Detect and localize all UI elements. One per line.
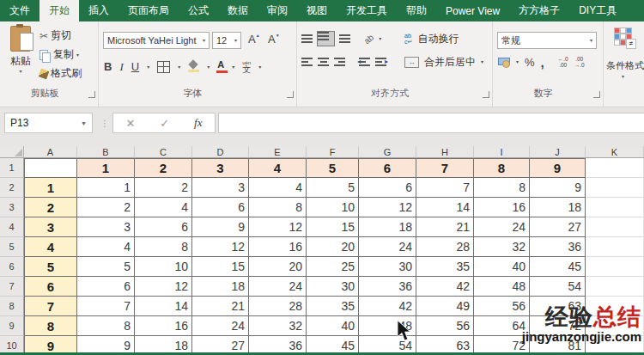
tab-插入[interactable]: 插入 xyxy=(79,0,118,21)
cell-K6[interactable] xyxy=(586,257,644,277)
cell-A1[interactable] xyxy=(24,158,77,178)
tab-数据[interactable]: 数据 xyxy=(218,0,258,21)
cell-G5[interactable]: 24 xyxy=(359,237,416,257)
cell-A6[interactable]: 5 xyxy=(24,257,77,277)
comma-style-button[interactable]: , xyxy=(541,58,544,66)
tab-Power View[interactable]: Power View xyxy=(436,0,509,21)
cell-D8[interactable]: 21 xyxy=(192,297,249,316)
increase-indent-button[interactable]: ▸ xyxy=(375,58,386,66)
cell-C1[interactable]: 2 xyxy=(135,158,192,178)
cell-C4[interactable]: 6 xyxy=(135,217,192,237)
font-size-dropdown[interactable]: 12 ▾ xyxy=(212,32,241,49)
cell-C9[interactable]: 16 xyxy=(135,316,192,336)
align-bottom-button[interactable] xyxy=(339,34,350,43)
cell-K4[interactable] xyxy=(586,217,644,237)
cell-E6[interactable]: 20 xyxy=(249,257,307,277)
row-header-8[interactable]: 8 xyxy=(0,297,24,316)
cell-B8[interactable]: 7 xyxy=(77,297,135,316)
accounting-format-button[interactable] xyxy=(498,57,510,68)
cell-B6[interactable]: 5 xyxy=(77,257,135,277)
select-all-corner[interactable] xyxy=(0,146,24,158)
cell-J3[interactable]: 18 xyxy=(530,198,586,217)
chevron-down-icon[interactable]: ▾ xyxy=(379,36,381,41)
row-header-2[interactable]: 2 xyxy=(0,178,24,198)
tab-文件[interactable]: 文件 xyxy=(0,0,39,21)
cell-B4[interactable]: 3 xyxy=(77,217,135,237)
cell-C5[interactable]: 8 xyxy=(135,237,192,257)
chevron-down-icon[interactable]: ▾ xyxy=(258,64,261,70)
cell-J5[interactable]: 36 xyxy=(530,237,586,257)
col-header-F[interactable]: F xyxy=(307,146,359,158)
cell-C6[interactable]: 10 xyxy=(135,257,192,277)
cell-I5[interactable]: 32 xyxy=(474,237,530,257)
decrease-decimal-button[interactable]: .00 →.0 xyxy=(574,56,585,68)
cell-H3[interactable]: 14 xyxy=(416,198,474,217)
orientation-button[interactable]: ab xyxy=(362,32,376,46)
grow-font-button[interactable]: A▲ xyxy=(248,33,260,46)
cell-G2[interactable]: 6 xyxy=(359,178,416,198)
cell-A3[interactable]: 2 xyxy=(24,198,77,217)
cell-E8[interactable]: 28 xyxy=(249,297,307,316)
row-header-7[interactable]: 7 xyxy=(0,277,24,297)
cell-E2[interactable]: 4 xyxy=(249,178,307,198)
cell-I6[interactable]: 40 xyxy=(474,257,530,277)
col-header-K[interactable]: K xyxy=(586,146,644,158)
cell-A8[interactable]: 7 xyxy=(24,297,77,316)
enter-icon[interactable]: ✓ xyxy=(160,117,169,130)
cell-G1[interactable]: 6 xyxy=(359,158,416,178)
cell-F9[interactable]: 40 xyxy=(307,316,359,336)
tab-公式[interactable]: 公式 xyxy=(179,0,218,21)
merge-center-button[interactable]: ↔ 合并后居中 ▾ xyxy=(404,53,483,70)
dialog-launcher-icon[interactable] xyxy=(483,91,489,98)
cell-F4[interactable]: 15 xyxy=(307,217,359,237)
number-format-dropdown[interactable]: 常规 ▾ xyxy=(497,32,597,49)
cell-K2[interactable] xyxy=(586,178,644,198)
cell-F2[interactable]: 5 xyxy=(307,178,359,198)
cell-B2[interactable]: 1 xyxy=(77,178,135,198)
increase-decimal-button[interactable]: ←.0 .00 xyxy=(558,56,568,68)
shrink-font-button[interactable]: A▼ xyxy=(268,33,280,46)
insert-function-icon[interactable]: fx xyxy=(194,116,202,130)
cell-E7[interactable]: 24 xyxy=(249,277,307,297)
cell-B9[interactable]: 8 xyxy=(77,316,135,336)
tab-帮助[interactable]: 帮助 xyxy=(397,0,436,21)
decrease-indent-button[interactable]: ◂ xyxy=(359,58,370,66)
col-header-A[interactable]: A xyxy=(24,146,77,158)
cell-I7[interactable]: 48 xyxy=(474,277,530,297)
name-box[interactable]: P13 ▼ xyxy=(4,113,93,133)
cell-B5[interactable]: 4 xyxy=(77,237,135,257)
row-header-9[interactable]: 9 xyxy=(0,316,24,336)
cell-C8[interactable]: 14 xyxy=(135,297,192,316)
cut-button[interactable]: ✂ 剪切 xyxy=(39,28,71,43)
cell-K1[interactable] xyxy=(586,158,644,178)
cell-H8[interactable]: 49 xyxy=(416,297,474,316)
tab-开始[interactable]: 开始 xyxy=(39,0,79,21)
cell-A9[interactable]: 8 xyxy=(24,316,77,336)
bold-button[interactable]: B xyxy=(104,60,112,73)
cell-H6[interactable]: 35 xyxy=(416,257,474,277)
chevron-down-icon[interactable]: ▾ xyxy=(178,64,180,70)
cell-F3[interactable]: 10 xyxy=(307,198,359,217)
cell-E5[interactable]: 16 xyxy=(249,237,307,257)
align-top-button[interactable] xyxy=(301,34,313,43)
cell-G6[interactable]: 30 xyxy=(359,257,416,277)
tab-页面布局[interactable]: 页面布局 xyxy=(118,0,179,21)
cell-C2[interactable]: 2 xyxy=(135,178,192,198)
col-header-C[interactable]: C xyxy=(135,146,192,158)
cell-A7[interactable]: 6 xyxy=(24,277,77,297)
align-left-button[interactable] xyxy=(301,58,313,66)
cell-I2[interactable]: 8 xyxy=(474,178,530,198)
cell-H2[interactable]: 7 xyxy=(416,178,474,198)
col-header-B[interactable]: B xyxy=(77,146,135,158)
cell-G3[interactable]: 12 xyxy=(359,198,416,217)
chevron-down-icon[interactable]: ▾ xyxy=(147,64,149,70)
col-header-G[interactable]: G xyxy=(359,146,416,158)
wrap-text-button[interactable]: ab c↵ 自动换行 xyxy=(404,30,459,47)
cancel-icon[interactable]: ✕ xyxy=(125,117,135,130)
cell-D2[interactable]: 3 xyxy=(192,178,249,198)
align-middle-button[interactable] xyxy=(318,32,334,46)
cell-A4[interactable]: 3 xyxy=(24,217,77,237)
cell-J6[interactable]: 45 xyxy=(530,257,586,277)
format-painter-button[interactable]: 格式刷 xyxy=(39,66,82,81)
cell-H5[interactable]: 28 xyxy=(416,237,474,257)
